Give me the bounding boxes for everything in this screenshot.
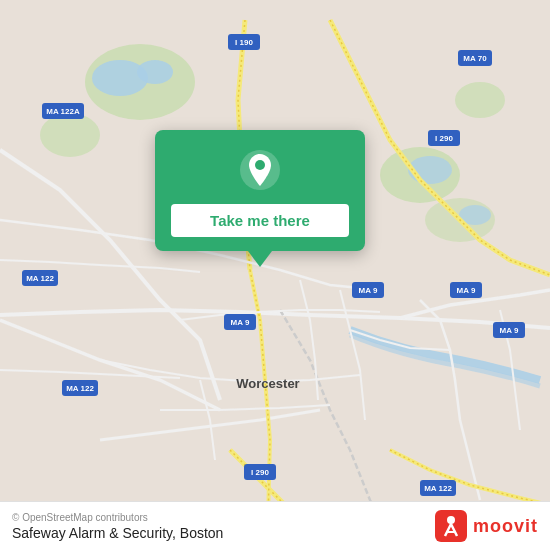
svg-text:MA 9: MA 9: [359, 286, 378, 295]
svg-text:MA 9: MA 9: [500, 326, 519, 335]
location-pin-icon: [238, 148, 282, 192]
svg-point-36: [255, 160, 265, 170]
map-container: I 190 MA 70 MA 122A I 290 MA 9 MA 9 MA 9…: [0, 0, 550, 550]
svg-text:MA 122A: MA 122A: [46, 107, 80, 116]
svg-text:MA 9: MA 9: [457, 286, 476, 295]
svg-point-4: [40, 113, 100, 157]
svg-text:MA 122: MA 122: [66, 384, 94, 393]
svg-point-7: [137, 60, 173, 84]
take-me-there-button[interactable]: Take me there: [171, 204, 349, 237]
popup-card: Take me there: [155, 130, 365, 251]
osm-attribution: © OpenStreetMap contributors: [12, 512, 223, 523]
svg-text:I 290: I 290: [251, 468, 269, 477]
svg-text:MA 9: MA 9: [231, 318, 250, 327]
svg-text:MA 122: MA 122: [424, 484, 452, 493]
location-label: Safeway Alarm & Security, Boston: [12, 525, 223, 541]
svg-text:Worcester: Worcester: [236, 376, 299, 391]
map-background: I 190 MA 70 MA 122A I 290 MA 9 MA 9 MA 9…: [0, 0, 550, 550]
moovit-brand-text: moovit: [473, 516, 538, 537]
moovit-icon: [435, 510, 467, 542]
svg-text:I 290: I 290: [435, 134, 453, 143]
moovit-logo: moovit: [435, 510, 538, 542]
svg-text:MA 122: MA 122: [26, 274, 54, 283]
svg-point-3: [455, 82, 505, 118]
svg-text:I 190: I 190: [235, 38, 253, 47]
bottom-bar: © OpenStreetMap contributors Safeway Ala…: [0, 501, 550, 550]
svg-text:MA 70: MA 70: [463, 54, 487, 63]
bottom-info: © OpenStreetMap contributors Safeway Ala…: [12, 512, 223, 541]
